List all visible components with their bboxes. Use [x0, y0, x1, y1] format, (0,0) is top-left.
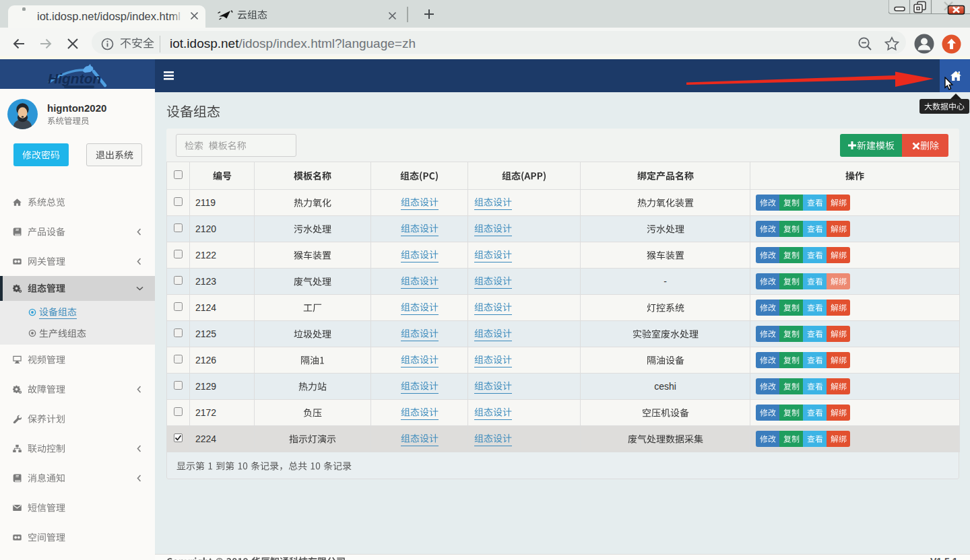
svg-text:Hignton: Hignton [48, 71, 101, 86]
